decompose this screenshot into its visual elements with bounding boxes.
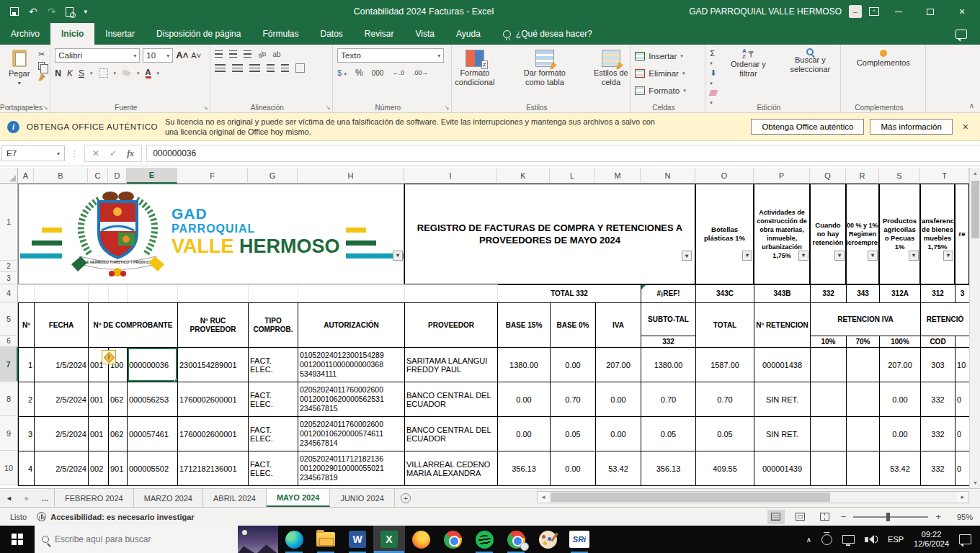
col-header-c[interactable]: C xyxy=(88,168,108,184)
zoom-level[interactable]: 95% xyxy=(948,513,973,521)
header-total[interactable]: TOTAL xyxy=(696,303,754,348)
borders-caret-icon[interactable]: ▾ xyxy=(114,71,117,76)
row-header-3[interactable]: 3 xyxy=(0,272,18,284)
col-header-e[interactable]: E xyxy=(127,168,177,184)
cell-343[interactable]: 343 xyxy=(847,285,880,303)
filter-dropdown-icon[interactable]: ▾ xyxy=(909,251,919,261)
col-header-k[interactable]: K xyxy=(497,168,550,184)
font-color-icon[interactable]: A xyxy=(146,68,151,78)
accounting-format-icon[interactable]: $ ▾ xyxy=(337,68,347,77)
header-proveedor[interactable]: PROVEEDOR xyxy=(405,303,498,348)
font-color-caret-icon[interactable]: ▾ xyxy=(157,71,160,76)
cell[interactable] xyxy=(178,285,249,303)
cell[interactable]: 000057461 xyxy=(128,417,178,451)
taskbar-spotify[interactable] xyxy=(468,526,500,553)
fill-caret-icon[interactable]: ▾ xyxy=(137,71,140,76)
cell[interactable]: 0.00 xyxy=(880,382,921,417)
cell-312[interactable]: 312 xyxy=(921,285,956,303)
header-autorizacion[interactable]: AUTORIZACIÓN xyxy=(298,303,405,348)
row-header-5[interactable]: 5 xyxy=(0,302,18,336)
font-name-select[interactable]: Calibri ▾ xyxy=(55,48,140,63)
cell[interactable]: 0.70 xyxy=(551,382,596,417)
cell[interactable]: 062 xyxy=(109,382,128,417)
cell-343c[interactable]: 343C xyxy=(696,285,754,303)
new-sheet-button[interactable]: + xyxy=(395,489,416,507)
cell[interactable]: 2300154289001 xyxy=(178,348,249,382)
tab-inicio[interactable]: Inicio xyxy=(50,23,94,45)
redo-icon[interactable]: ↷ xyxy=(48,6,56,17)
cell[interactable]: 1587.00 xyxy=(696,348,754,382)
header-retencion-iva[interactable]: RETENCION IVA xyxy=(811,303,921,336)
col-header-n[interactable]: N xyxy=(641,168,695,184)
percent-style-icon[interactable]: % xyxy=(355,68,363,78)
col-header-r[interactable]: R xyxy=(846,168,879,184)
decrease-decimal-icon[interactable]: .00→ xyxy=(413,69,429,76)
clipboard-dialog-launcher-icon[interactable]: ↘ xyxy=(43,104,48,111)
insert-function-icon[interactable]: fx xyxy=(127,148,134,159)
cell[interactable]: 53.42 xyxy=(596,451,641,486)
addins-button[interactable]: Complementos xyxy=(851,48,916,69)
orientation-icon[interactable]: ab xyxy=(257,49,267,59)
align-middle-icon[interactable] xyxy=(229,50,237,58)
col-header-a[interactable]: A xyxy=(18,168,34,184)
filter-dropdown-icon[interactable]: ▾ xyxy=(742,251,752,261)
header-sin-retencion[interactable]: Cuando no hay retención▾ xyxy=(810,184,846,284)
number-dialog-launcher-icon[interactable]: ↘ xyxy=(445,104,450,111)
header-10[interactable]: 10% xyxy=(811,336,847,348)
header-100[interactable]: 100% xyxy=(880,336,921,348)
col-header-o[interactable]: O xyxy=(695,168,754,184)
header-retencion[interactable]: Nº RETENCION xyxy=(754,303,811,348)
cell[interactable]: SIN RET. xyxy=(754,382,811,417)
customize-toolbar-icon[interactable]: ▾ xyxy=(84,9,87,15)
increase-indent-icon[interactable] xyxy=(281,64,289,72)
cell[interactable]: 2 xyxy=(19,382,35,417)
sheet-tab-mayo[interactable]: MAYO 2024 xyxy=(267,489,331,507)
taskbar-excel[interactable]: X xyxy=(373,526,405,553)
format-cells-button[interactable]: Formato ▾ xyxy=(635,83,685,99)
cell[interactable]: 0.00 xyxy=(596,417,641,451)
delete-cells-button[interactable]: Eliminar ▾ xyxy=(635,66,685,81)
zoom-slider[interactable] xyxy=(853,516,928,518)
cell[interactable]: 1380.00 xyxy=(498,348,551,382)
taskbar-firefox[interactable] xyxy=(405,526,437,553)
cell[interactable]: 0.00 xyxy=(498,382,551,417)
cell[interactable]: SARITAMA LALANGUI FREDDY PAUL xyxy=(405,348,498,382)
account-name[interactable]: GAD PARROQUIAL VALLE HERMOSO xyxy=(689,6,842,17)
row-header-9[interactable]: 9 xyxy=(0,416,18,451)
cell[interactable] xyxy=(405,285,498,303)
header-cod[interactable]: COD xyxy=(921,336,956,348)
name-box[interactable]: E7 ▾ xyxy=(1,145,65,161)
taskbar-chrome[interactable] xyxy=(437,526,468,553)
header-retencion-cut[interactable]: RETENCIÓ xyxy=(921,303,970,336)
cell[interactable]: 000005502 xyxy=(128,451,178,486)
cell[interactable]: 002 xyxy=(89,451,109,486)
align-bottom-icon[interactable] xyxy=(244,50,251,58)
cell[interactable]: 2/5/2024 xyxy=(35,451,89,486)
cell[interactable]: 0.00 xyxy=(880,417,921,451)
get-office-button[interactable]: Obtenga Office auténtico xyxy=(751,119,864,135)
cell[interactable]: 000056253 xyxy=(128,382,178,417)
cell[interactable]: 01052024012300154289 0012001100000000036… xyxy=(298,348,405,382)
page-layout-view-icon[interactable] xyxy=(792,510,809,524)
font-size-select[interactable]: 10 ▾ xyxy=(143,48,173,63)
header-construccion[interactable]: Actividades de construcción de obra mate… xyxy=(754,184,810,284)
col-header-f[interactable]: F xyxy=(177,168,248,184)
bold-button[interactable]: N xyxy=(55,68,61,78)
page-break-view-icon[interactable] xyxy=(816,510,834,524)
col-header-h[interactable]: H xyxy=(298,168,404,184)
number-format-select[interactable]: Texto ▾ xyxy=(337,48,444,63)
col-header-m[interactable]: M xyxy=(595,168,641,184)
cancel-entry-icon[interactable]: ✕ xyxy=(92,148,99,158)
cell[interactable] xyxy=(811,348,847,382)
cell[interactable]: SIN RET. xyxy=(754,417,811,451)
cell[interactable]: BANCO CENTRAL DEL ECUADOR xyxy=(405,417,498,451)
comments-button[interactable] xyxy=(956,23,980,45)
filter-dropdown-icon[interactable]: ▾ xyxy=(393,251,403,261)
cell[interactable] xyxy=(811,382,847,417)
cell[interactable]: 0 xyxy=(956,451,970,486)
cell[interactable]: 001 xyxy=(89,417,109,451)
horizontal-scroll-thumb[interactable] xyxy=(551,493,830,502)
formula-input[interactable]: 000000036 xyxy=(146,145,980,162)
merge-center-icon[interactable] xyxy=(295,63,305,73)
search-input[interactable] xyxy=(55,534,213,544)
